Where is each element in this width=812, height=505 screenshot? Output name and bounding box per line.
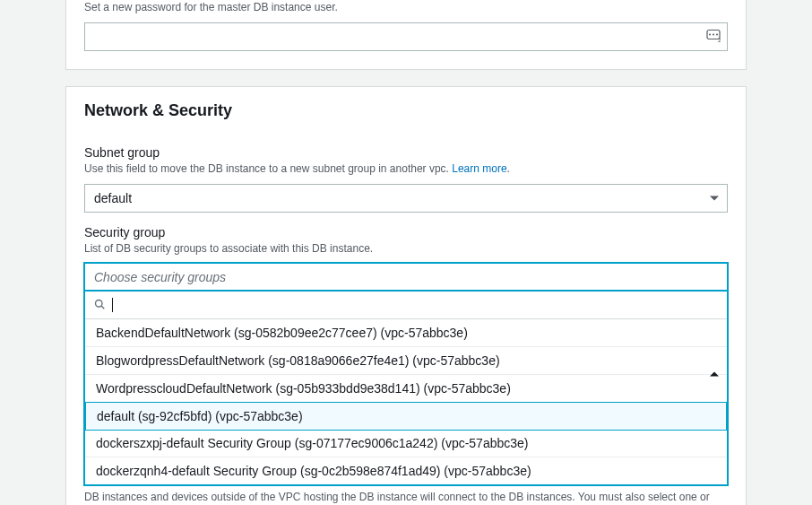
security-group-dropdown: BackendDefaultNetwork (sg-0582b09ee2c77c… [84,291,728,485]
security-group-option[interactable]: WordpresscloudDefaultNetwork (sg-05b933b… [85,375,727,403]
security-group-options-list: BackendDefaultNetwork (sg-0582b09ee2c77c… [85,318,727,484]
svg-point-3 [716,33,718,35]
security-group-search-input[interactable] [85,292,727,318]
search-icon [94,298,105,312]
security-group-option[interactable]: BackendDefaultNetwork (sg-0582b09ee2c77c… [85,319,727,347]
security-group-option[interactable]: default (sg-92cf5bfd) (vpc-57abbc3e) [85,402,727,431]
learn-more-link[interactable]: Learn more [452,162,506,175]
subnet-group-select[interactable]: default [84,184,728,213]
chevron-up-icon [710,372,719,377]
security-group-option[interactable]: dockerzqnh4-default Security Group (sg-0… [85,457,727,484]
svg-text:2: 2 [718,37,721,42]
security-group-placeholder: Choose security groups [94,270,226,284]
svg-point-5 [96,300,103,308]
network-security-title: Network & Security [84,101,728,120]
svg-point-2 [713,33,714,35]
dropdown-search-wrap [85,292,727,318]
chevron-down-icon [710,196,719,200]
security-group-option[interactable]: BlogwordpressDefaultNetwork (sg-0818a906… [85,347,727,375]
panel-header: Network & Security [66,87,746,133]
master-password-input[interactable] [84,22,728,51]
text-cursor [112,298,113,312]
security-group-help: List of DB security groups to associate … [84,241,728,257]
svg-line-6 [101,307,104,309]
subnet-group-help: Use this field to move the DB instance t… [84,161,728,177]
security-group-footer-help: DB instances and devices outside of the … [66,489,746,505]
security-group-label: Security group [84,225,728,239]
security-group-select[interactable]: Choose security groups [84,263,728,292]
subnet-group-value: default [94,191,132,205]
password-manager-icon: 2 [706,28,721,45]
subnet-group-label: Subnet group [84,145,728,160]
password-help: Set a new password for the master DB ins… [84,0,728,15]
security-group-option[interactable]: dockerszxpj-default Security Group (sg-0… [85,430,727,457]
svg-point-1 [709,33,711,35]
